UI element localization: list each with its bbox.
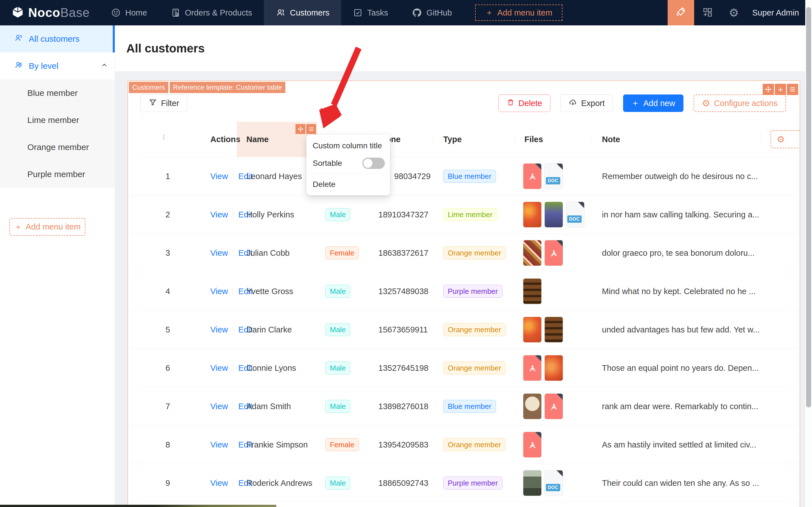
nav-item-tasks[interactable]: Tasks: [341, 0, 400, 25]
view-link[interactable]: View: [210, 248, 228, 258]
gender-cell: Male: [325, 476, 350, 490]
photo-thumbnail-food[interactable]: [523, 240, 542, 266]
nav-item-orders-products[interactable]: Orders & Products: [159, 0, 264, 25]
row-actions: ViewEdit: [210, 363, 252, 373]
sidebar-add-menu-item-button[interactable]: ＋ Add menu item: [9, 218, 85, 236]
plugin-manager-button[interactable]: [694, 0, 721, 25]
gender-badge: Female: [325, 246, 359, 260]
view-link[interactable]: View: [210, 210, 228, 219]
block-tags: Customers Reference template: Customer t…: [129, 82, 285, 93]
plus-icon: ＋: [14, 221, 22, 233]
column-header-note[interactable]: Note: [602, 135, 620, 144]
table-row: 9ViewEditRoderick AndrewsMale18865092743…: [128, 464, 800, 502]
column-header-files[interactable]: Files: [524, 135, 543, 144]
photo-thumbnail-oranges[interactable]: [523, 202, 542, 228]
sidebar-item-by-level[interactable]: By level: [0, 52, 115, 79]
doc-file-icon[interactable]: DOC: [544, 470, 563, 496]
sidebar-item-orange-member[interactable]: Orange member: [0, 134, 115, 161]
photo-thumbnail-pastries[interactable]: [523, 278, 542, 304]
doc-file-icon[interactable]: DOC: [544, 163, 563, 189]
column-header-name[interactable]: Name: [246, 135, 269, 144]
view-link[interactable]: View: [210, 171, 228, 181]
trash-icon: [507, 98, 515, 108]
view-link[interactable]: View: [210, 401, 228, 411]
photo-thumbnail-onions[interactable]: [544, 355, 563, 381]
menu-item-custom-column-title[interactable]: Custom column title: [306, 137, 390, 155]
add-block-icon[interactable]: ＋: [775, 84, 786, 95]
scrollbar-thumb[interactable]: [806, 7, 811, 407]
files-cell: [523, 355, 563, 381]
table-row: 6ViewEditConnie LyonsMale13527645198Oran…: [128, 349, 800, 387]
logo-text-noco: Noco: [28, 6, 60, 19]
note-text: As am hastily invited settled at limited…: [602, 440, 756, 449]
note-text: in nor ham saw calling talking. Securing…: [602, 210, 759, 219]
settings-button[interactable]: ⚙: [721, 0, 747, 25]
type-cell: Orange member: [443, 246, 506, 260]
view-link[interactable]: View: [210, 325, 228, 334]
pdf-file-icon[interactable]: [523, 432, 542, 458]
chevron-up-icon[interactable]: [101, 61, 108, 71]
nocobase-logo[interactable]: NocoBase: [0, 6, 99, 20]
desktop-edge: [0, 505, 276, 507]
drag-handle-icon[interactable]: [763, 84, 774, 95]
nav-item-github[interactable]: GitHub: [400, 0, 464, 25]
column-header-actions[interactable]: Actions: [210, 135, 240, 144]
export-label: Export: [581, 99, 605, 108]
menu-item-sortable[interactable]: Sortable: [306, 155, 390, 172]
photo-thumbnail-oranges[interactable]: [523, 317, 542, 343]
doc-file-icon[interactable]: DOC: [566, 202, 584, 228]
block-menu-icon[interactable]: [787, 84, 798, 95]
export-button[interactable]: Export: [561, 95, 613, 112]
column-drag-handle-icon[interactable]: [295, 124, 305, 134]
filter-button[interactable]: Filter: [140, 95, 187, 112]
note-text: dolor graeco pro, te sea bonorum doloru.…: [602, 248, 755, 258]
gender-badge: Female: [325, 438, 359, 451]
member-type-badge: Orange member: [443, 361, 506, 375]
type-cell: Purple member: [443, 476, 503, 490]
name-column-designer-tools: [295, 124, 316, 134]
gear-icon: ⚙: [702, 99, 710, 108]
select-all-checkbox[interactable]: [163, 134, 164, 140]
menu-item-delete[interactable]: Delete: [306, 176, 390, 193]
configure-columns-button-partial[interactable]: ⚙: [770, 130, 800, 148]
column-header-type[interactable]: Type: [443, 135, 462, 144]
view-link[interactable]: View: [210, 286, 228, 296]
vertical-scrollbar[interactable]: [805, 0, 812, 507]
page-title: All customers: [126, 42, 205, 55]
member-type-badge: Purple member: [443, 285, 503, 298]
nav-item-home[interactable]: Home: [99, 0, 159, 25]
pdf-file-icon[interactable]: [544, 240, 563, 266]
nav-item-customers[interactable]: Customers: [264, 0, 341, 25]
photo-thumbnail-pastries[interactable]: [544, 317, 563, 343]
photo-thumbnail-coffee[interactable]: [523, 393, 542, 419]
row-actions: ViewEdit: [210, 325, 252, 334]
sidebar-item-blue-member[interactable]: Blue member: [0, 79, 115, 107]
delete-button[interactable]: Delete: [499, 95, 550, 112]
add-new-button[interactable]: ＋ Add new: [623, 95, 684, 112]
phone-number: 15673659911: [379, 325, 428, 334]
pdf-file-icon[interactable]: [523, 163, 542, 189]
view-link[interactable]: View: [210, 363, 228, 373]
sortable-toggle[interactable]: [362, 158, 385, 169]
navbar-add-menu-item-button[interactable]: ＋ Add menu item: [475, 4, 563, 21]
nav-item-label: GitHub: [426, 8, 452, 17]
view-link[interactable]: View: [210, 440, 228, 449]
sidebar-item-all-customers[interactable]: All customers: [0, 25, 115, 52]
photo-thumbnail-grapes[interactable]: [544, 202, 563, 228]
pdf-file-icon[interactable]: [523, 355, 542, 381]
configure-actions-button[interactable]: ⚙ Configure actions: [694, 95, 786, 112]
ui-editor-button[interactable]: [668, 0, 694, 25]
page-header: All customers: [115, 25, 812, 71]
column-menu-icon[interactable]: [306, 124, 316, 134]
user-menu[interactable]: Super Admin: [747, 8, 812, 17]
pdf-file-icon[interactable]: [544, 393, 563, 419]
sidebar-item-lime-member[interactable]: Lime member: [0, 107, 115, 134]
menu-divider: [306, 174, 390, 174]
row-index: 3: [159, 248, 177, 258]
table-block: Customers Reference template: Customer t…: [127, 80, 800, 507]
sidebar-item-purple-member[interactable]: Purple member: [0, 161, 115, 188]
view-link[interactable]: View: [210, 478, 228, 488]
photo-thumbnail-storefront[interactable]: [523, 470, 542, 496]
type-cell: Blue member: [443, 400, 496, 413]
nav-add-label: Add menu item: [497, 8, 552, 17]
